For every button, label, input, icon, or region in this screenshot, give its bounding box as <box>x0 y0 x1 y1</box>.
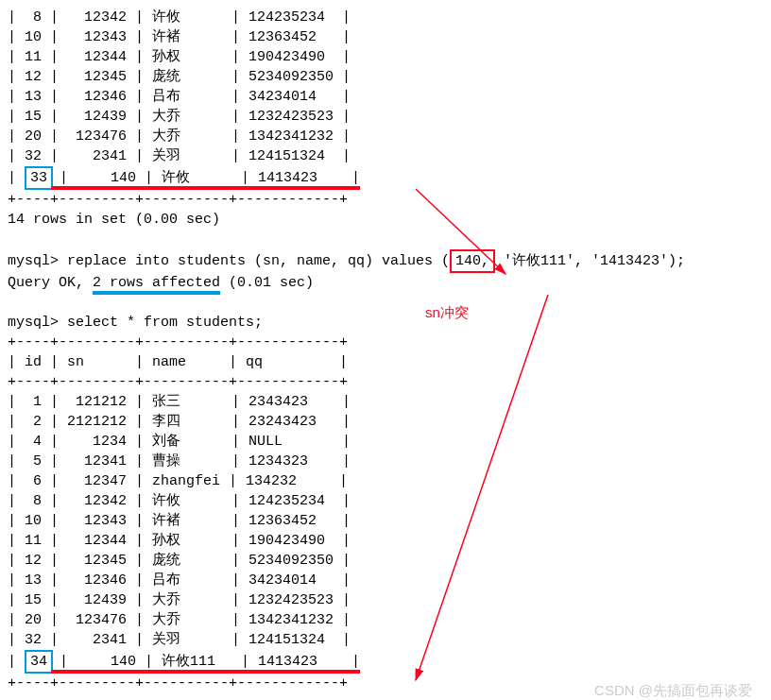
table-row: | 34 | 140 | 许攸111 | 1413423 | <box>8 650 763 674</box>
table-row: | 15 | 12439 | 大乔 | 1232423523 | <box>8 590 763 610</box>
highlighted-id: 34 <box>25 650 53 674</box>
table-row: | 20 | 123476 | 大乔 | 1342341232 | <box>8 127 763 146</box>
table-row: | 6 | 12347 | zhangfei | 134232 | <box>8 471 763 491</box>
table-border: +----+---------+----------+------------+ <box>8 372 763 392</box>
table-header: | id | sn | name | qq | <box>8 352 763 372</box>
table-row: | 2 | 2121212 | 李四 | 23243423 | <box>8 412 763 432</box>
table-row: | 11 | 12344 | 孙权 | 190423490 | <box>8 47 763 67</box>
highlighted-id: 33 <box>25 166 53 190</box>
csdn-watermark: CSDN @先搞面包再谈爱 <box>594 680 752 700</box>
table-row: | 11 | 12344 | 孙权 | 190423490 | <box>8 531 763 551</box>
table-row: | 12 | 12345 | 庞统 | 5234092350 | <box>8 551 763 571</box>
highlighted-value: 140, <box>450 249 495 273</box>
table-row: | 15 | 12439 | 大乔 | 1232423523 | <box>8 107 763 127</box>
table-row: | 32 | 2341 | 关羽 | 124151324 | <box>8 146 763 166</box>
table-row: | 4 | 1234 | 刘备 | NULL | <box>8 432 763 452</box>
table-row: | 10 | 12343 | 许褚 | 12363452 | <box>8 511 763 531</box>
terminal-output: | 8 | 12342 | 许攸 | 124235234 || 10 | 123… <box>8 8 763 693</box>
result-summary: 14 rows in set (0.00 sec) <box>8 210 763 230</box>
table-row: | 5 | 12341 | 曹操 | 1234323 | <box>8 452 763 471</box>
table-row: | 10 | 12343 | 许褚 | 12363452 | <box>8 27 763 47</box>
table-row: | 13 | 12346 | 吕布 | 34234014 | <box>8 571 763 590</box>
table-row: | 20 | 123476 | 大乔 | 1342341232 | <box>8 610 763 630</box>
table-row: | 1 | 121212 | 张三 | 2343423 | <box>8 392 763 412</box>
table-row: | 12 | 12345 | 庞统 | 5234092350 | <box>8 67 763 87</box>
table-row: | 13 | 12346 | 吕布 | 34234014 | <box>8 87 763 107</box>
table-border: +----+---------+----------+------------+ <box>8 333 763 352</box>
sql-select-command: mysql> select * from students; <box>8 313 763 333</box>
table-row: | 8 | 12342 | 许攸 | 124235234 | <box>8 8 763 27</box>
sql-replace-command: mysql> replace into students (sn, name, … <box>8 249 763 273</box>
rows-affected: Query OK, 2 rows affected (0.01 sec) <box>8 273 763 293</box>
table-border: +----+---------+----------+------------+ <box>8 190 763 210</box>
sn-conflict-annotation: sn冲突 <box>425 302 469 322</box>
table-row: | 8 | 12342 | 许攸 | 124235234 | <box>8 491 763 511</box>
table-row: | 33 | 140 | 许攸 | 1413423 | <box>8 166 763 190</box>
table-row: | 32 | 2341 | 关羽 | 124151324 | <box>8 630 763 650</box>
